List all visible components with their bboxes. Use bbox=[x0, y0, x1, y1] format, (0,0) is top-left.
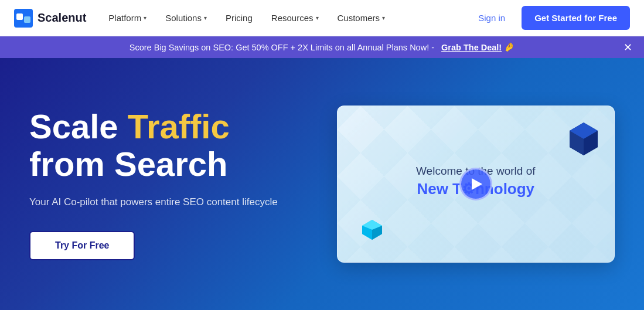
sign-in-link[interactable]: Sign in bbox=[471, 8, 512, 28]
nav-item-pricing[interactable]: Pricing bbox=[217, 8, 261, 28]
chevron-down-icon: ▾ bbox=[316, 15, 319, 21]
nav-label-customers: Customers bbox=[338, 13, 380, 23]
logo[interactable]: Scalenut bbox=[14, 9, 86, 28]
nav-item-customers[interactable]: Customers ▾ bbox=[329, 8, 394, 28]
play-btn-circle[interactable] bbox=[459, 168, 492, 200]
chevron-down-icon: ▾ bbox=[144, 15, 146, 21]
headline-part2: from Search bbox=[29, 145, 227, 183]
nav-item-resources[interactable]: Resources ▾ bbox=[263, 8, 327, 28]
hero-left: Scale Traffic from Search Your AI Co-pil… bbox=[29, 108, 308, 260]
grab-deal-link[interactable]: Grab The Deal! bbox=[441, 43, 502, 52]
promo-text: Score Big Savings on SEO: Get 50% OFF + … bbox=[130, 43, 434, 52]
nav-links: Platform ▾ Solutions ▾ Pricing Resources… bbox=[100, 8, 471, 28]
hero-right: Welcome to the world of New T⚙hnology bbox=[337, 106, 615, 263]
navbar: Scalenut Platform ▾ Solutions ▾ Pricing … bbox=[0, 0, 644, 36]
chevron-down-icon: ▾ bbox=[382, 15, 385, 21]
logo-icon bbox=[14, 9, 33, 28]
nav-label-pricing: Pricing bbox=[226, 13, 253, 23]
nav-label-platform: Platform bbox=[108, 13, 141, 23]
headline-highlight: Traffic bbox=[128, 107, 230, 145]
get-started-button[interactable]: Get Started for Free bbox=[522, 6, 630, 30]
hero-headline: Scale Traffic from Search bbox=[29, 108, 308, 183]
video-thumbnail[interactable]: Welcome to the world of New T⚙hnology bbox=[337, 106, 615, 263]
deco-gem bbox=[361, 219, 383, 241]
nav-label-resources: Resources bbox=[271, 13, 314, 23]
nav-item-platform[interactable]: Platform ▾ bbox=[100, 8, 155, 28]
svg-rect-2 bbox=[24, 16, 30, 23]
chevron-down-icon: ▾ bbox=[204, 15, 207, 21]
nav-item-solutions[interactable]: Solutions ▾ bbox=[157, 8, 215, 28]
close-icon[interactable]: ✕ bbox=[623, 42, 632, 53]
promo-emoji: 🤌 bbox=[504, 42, 514, 52]
play-button[interactable] bbox=[459, 168, 492, 200]
deco-3d-block bbox=[570, 123, 598, 158]
nav-label-solutions: Solutions bbox=[165, 13, 202, 23]
hero-section: Scale Traffic from Search Your AI Co-pil… bbox=[0, 58, 644, 310]
headline-part1: Scale bbox=[29, 107, 128, 145]
promo-banner: Score Big Savings on SEO: Get 50% OFF + … bbox=[0, 36, 644, 58]
svg-rect-1 bbox=[16, 13, 23, 20]
hero-subtext: Your AI Co-pilot that powers entire SEO … bbox=[29, 195, 308, 210]
try-free-button[interactable]: Try For Free bbox=[29, 231, 135, 260]
tagline-part1: New T bbox=[417, 180, 462, 198]
logo-text: Scalenut bbox=[38, 11, 86, 25]
nav-right: Sign in Get Started for Free bbox=[471, 6, 630, 30]
